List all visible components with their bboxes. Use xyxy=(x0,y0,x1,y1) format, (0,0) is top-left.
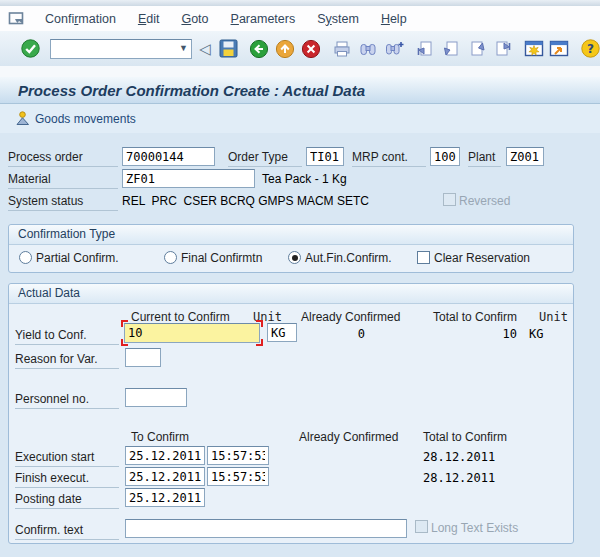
command-input[interactable] xyxy=(53,40,191,58)
system-status-label: System status xyxy=(8,194,118,211)
yield-to-conf-label: Yield to Conf. xyxy=(15,328,119,345)
personnel-no-field[interactable] xyxy=(125,388,187,407)
yield-total-unit: KG xyxy=(529,327,543,341)
title-bar: Process Order Confirmation Create : Actu… xyxy=(0,77,600,104)
application-toolbar: Goods movements xyxy=(0,104,600,134)
actual-data-title: Actual Data xyxy=(9,284,573,304)
next-page-icon[interactable] xyxy=(467,38,487,60)
confirmation-type-group: Confirmation Type Partial Confirm. Final… xyxy=(8,224,574,273)
standard-toolbar: ▼ ◁ xyxy=(0,31,600,67)
svg-text:?: ? xyxy=(587,42,594,56)
exit-icon[interactable] xyxy=(275,38,295,60)
execution-start-total: 28.12.2011 xyxy=(423,450,495,464)
process-order-field[interactable] xyxy=(122,147,215,166)
final-confirmtn-label: Final Confirmtn xyxy=(181,251,262,265)
long-text-exists-checkbox xyxy=(415,520,428,533)
reason-for-var-label: Reason for Var. xyxy=(15,352,119,369)
system-menu-icon[interactable] xyxy=(8,11,34,26)
partial-confirm-label: Partial Confirm. xyxy=(36,251,119,265)
mrp-cont-label: MRP cont. xyxy=(352,150,426,167)
confirm-text-label: Confirm. text xyxy=(15,523,119,540)
menu-goto[interactable]: Goto xyxy=(170,9,219,29)
yield-current-field[interactable] xyxy=(124,323,260,343)
execution-start-date-field[interactable] xyxy=(125,446,205,465)
yield-already-value: 0 xyxy=(289,327,365,341)
finish-execut-total: 28.12.2011 xyxy=(423,471,495,485)
find-icon[interactable] xyxy=(358,38,378,60)
col-already-confirmed-2: Already Confirmed xyxy=(299,430,398,444)
mrp-cont-field[interactable] xyxy=(430,147,460,166)
back-icon[interactable] xyxy=(249,38,269,60)
system-status-value: REL PRC CSER BCRQ GMPS MACM SETC xyxy=(122,194,369,208)
posting-date-label: Posting date xyxy=(15,492,119,509)
cancel-icon[interactable] xyxy=(301,38,321,60)
find-next-icon[interactable] xyxy=(384,38,404,60)
col-total-to-confirm-2: Total to Confirm xyxy=(423,430,507,444)
confirmation-type-title: Confirmation Type xyxy=(9,225,573,245)
col-total-to-confirm: Total to Confirm xyxy=(433,310,517,324)
execution-start-time-field[interactable] xyxy=(207,446,269,465)
menu-bar: Confirmation Edit Goto Parameters System… xyxy=(0,6,600,32)
aut-fin-confirm-radio[interactable] xyxy=(288,251,301,264)
menu-edit[interactable]: Edit xyxy=(127,9,171,29)
process-order-label: Process order xyxy=(8,150,118,167)
clear-reservation-checkbox[interactable] xyxy=(417,251,430,264)
order-type-label: Order Type xyxy=(228,150,302,167)
confirm-text-field[interactable] xyxy=(125,519,407,538)
last-page-icon[interactable] xyxy=(493,38,513,60)
finish-execut-date-field[interactable] xyxy=(125,467,205,486)
personnel-no-label: Personnel no. xyxy=(15,392,119,409)
plant-field[interactable] xyxy=(506,147,544,166)
command-dropdown-icon[interactable]: ▼ xyxy=(179,43,188,53)
previous-page-icon[interactable] xyxy=(441,38,461,60)
final-confirmtn-radio[interactable] xyxy=(164,251,177,264)
chrome-gap xyxy=(0,66,600,77)
material-description: Tea Pack - 1 Kg xyxy=(262,172,347,186)
goods-movements-button[interactable]: Goods movements xyxy=(10,110,142,127)
plant-label: Plant xyxy=(468,150,501,167)
col-already-confirmed: Already Confirmed xyxy=(301,310,400,324)
finish-execut-time-field[interactable] xyxy=(207,467,269,486)
create-shortcut-icon[interactable] xyxy=(549,38,569,60)
yield-total-value: 10 xyxy=(429,327,517,341)
execution-start-label: Execution start xyxy=(15,450,119,467)
page-title: Process Order Confirmation Create : Actu… xyxy=(18,82,365,99)
first-page-icon[interactable] xyxy=(415,38,435,60)
posting-date-field[interactable] xyxy=(125,488,205,507)
finish-execut-label: Finish execut. xyxy=(15,471,119,488)
menu-system[interactable]: System xyxy=(306,9,370,29)
help-icon[interactable]: ? xyxy=(580,38,600,60)
reversed-checkbox xyxy=(443,193,456,206)
reason-for-var-field[interactable] xyxy=(125,348,161,367)
print-icon[interactable] xyxy=(332,38,352,60)
col-unit-2: Unit xyxy=(539,310,568,324)
goods-movements-label: Goods movements xyxy=(35,112,136,126)
menu-parameters[interactable]: Parameters xyxy=(220,9,307,29)
command-field-toggle-icon[interactable]: ◁ xyxy=(199,38,211,60)
person-icon xyxy=(16,111,31,126)
yield-focus-frame xyxy=(121,320,263,346)
enter-check-icon[interactable] xyxy=(20,38,41,60)
reversed-label: Reversed xyxy=(459,194,510,208)
save-icon[interactable] xyxy=(219,38,238,60)
long-text-exists-label: Long Text Exists xyxy=(431,521,518,535)
main-content: Process order Order Type MRP cont. Plant… xyxy=(0,133,600,557)
menu-help[interactable]: Help xyxy=(370,9,418,29)
command-field[interactable]: ▼ xyxy=(50,39,192,59)
clear-reservation-label: Clear Reservation xyxy=(434,251,530,265)
order-type-field[interactable] xyxy=(306,147,344,166)
col-to-confirm: To Confirm xyxy=(131,430,189,444)
menu-confirmation[interactable]: Confirmation xyxy=(34,9,127,29)
material-label: Material xyxy=(8,172,118,189)
material-field[interactable] xyxy=(122,169,255,188)
aut-fin-confirm-label: Aut.Fin.Confirm. xyxy=(305,251,392,265)
partial-confirm-radio[interactable] xyxy=(19,251,32,264)
new-session-icon[interactable] xyxy=(524,38,544,60)
actual-data-group: Actual Data Current to Confirm Unit Alre… xyxy=(8,283,574,544)
sap-window: Confirmation Edit Goto Parameters System… xyxy=(0,0,600,557)
